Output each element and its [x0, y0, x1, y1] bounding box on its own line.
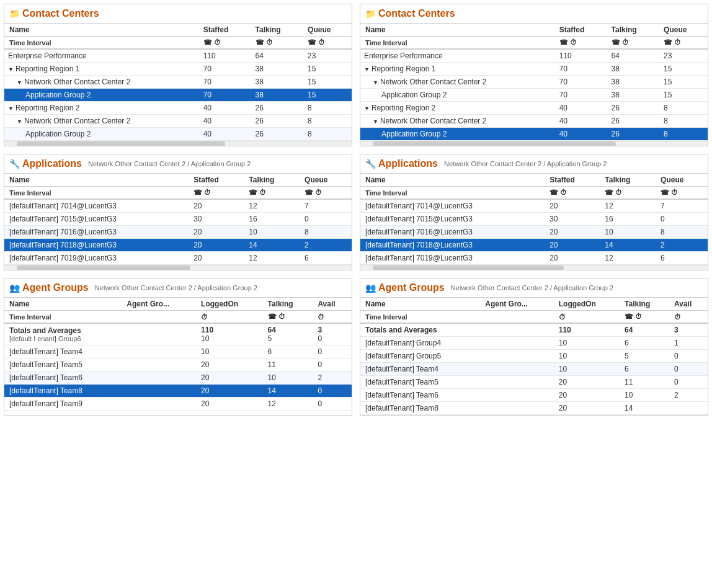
table-row[interactable]: [defaultTenant] Team82014 [360, 402, 708, 415]
cell-talking: 26 [251, 102, 303, 115]
cell-avail: 3 [669, 323, 708, 337]
cell-queue: 6 [656, 252, 708, 265]
table-row[interactable]: [defaultTenant] Team820140 [4, 385, 352, 398]
table-row[interactable]: [defaultTenant] 7014@LucentG320127 [360, 199, 708, 213]
table-row[interactable]: ▼Network Other Contact Center 2703815 [360, 76, 708, 89]
cell-queue: 2 [300, 239, 352, 252]
col-staffed-header: Staffed [198, 24, 251, 37]
table-row[interactable]: [defaultTenant] Team520110 [360, 376, 708, 389]
cell-talking: 10 [244, 226, 300, 239]
table-row[interactable]: [defaultTenant] Team41060 [4, 345, 352, 359]
table-row[interactable]: ▼Reporting Region 240268 [360, 102, 708, 115]
mr-sub-talking: ☎ ⏱ [600, 187, 656, 200]
cell-name: [defaultTenant] 7016@LucentG3 [360, 226, 545, 239]
cell-staffed: 20 [545, 226, 600, 239]
cell-agent [480, 376, 553, 389]
table-row[interactable]: [defaultTenant] 7019@LucentG320126 [360, 252, 708, 265]
table-row[interactable]: ▼Reporting Region 1703815 [4, 63, 352, 76]
scrollbar-top-left[interactable] [4, 141, 352, 146]
table-row[interactable]: Application Group 2703815 [4, 89, 352, 102]
table-row[interactable]: [defaultTenant] 7015@LucentG330160 [4, 213, 352, 226]
cell-talking: 11 [263, 359, 313, 372]
cell-avail: 2 [669, 389, 708, 402]
cell-talking: 38 [607, 89, 659, 102]
table-row[interactable]: Application Group 240268 [360, 128, 708, 141]
cell-queue: 8 [303, 102, 352, 115]
table-row[interactable]: Application Group 240268 [4, 128, 352, 141]
col-staffed-subheader: ☎ ⏱ [198, 37, 251, 50]
table-row[interactable]: Totals and Averages110643 [360, 323, 708, 337]
cell-talking: 5 [620, 350, 669, 363]
table-row[interactable]: [defaultTenant] Group41061 [360, 337, 708, 350]
panel-header-mid-left: 🔧 Applications Network Other Contact Cen… [4, 154, 352, 174]
table-row[interactable]: [defaultTenant] Group51050 [360, 350, 708, 363]
table-row[interactable]: [defaultTenant] 7014@LucentG320127 [4, 199, 352, 213]
cell-name: [defaultTenant] Team6 [4, 372, 122, 385]
col-talking-header: Talking [251, 24, 303, 37]
cell-talking: 26 [607, 102, 659, 115]
table-row[interactable]: [defaultTenant] 7016@LucentG320108 [4, 226, 352, 239]
table-row[interactable]: ▼Network Other Contact Center 2703815 [4, 76, 352, 89]
cell-name: Enterprise Performance [4, 49, 198, 63]
br-sub-loggedon: ⏱ [554, 311, 620, 324]
table-top-left: Name Staffed Talking Queue Time Interval… [4, 24, 352, 141]
cell-staffed: 40 [554, 102, 607, 115]
cell-name: [defaultTenant] 7019@LucentG3 [4, 252, 189, 265]
cell-name: ▼Network Other Contact Center 2 [360, 76, 554, 89]
panel-title-bot-right: Agent Groups [378, 282, 445, 293]
cell-name: ▼Reporting Region 2 [360, 102, 554, 115]
table-mid-left: Name Staffed Talking Queue Time Interval… [4, 174, 352, 265]
scrollbar-mid-right[interactable] [360, 265, 708, 270]
table-row[interactable]: Enterprise Performance1106423 [360, 49, 708, 63]
table-row[interactable]: [defaultTenant] Team620102 [360, 389, 708, 402]
cell-staffed: 20 [189, 199, 244, 213]
mr-sub-staffed: ☎ ⏱ [545, 187, 600, 200]
table-row[interactable]: [defaultTenant] Team920120 [4, 398, 352, 411]
cell-name: [defaultTenant] 7019@LucentG3 [360, 252, 545, 265]
table-row[interactable]: ▼Reporting Region 240268 [4, 102, 352, 115]
table-row[interactable]: [defaultTenant] 7016@LucentG320108 [360, 226, 708, 239]
cell-queue: 15 [303, 63, 352, 76]
app-icon-mid-left: 🔧 [9, 159, 20, 169]
table-row[interactable]: ▼Reporting Region 1703815 [360, 63, 708, 76]
table-row[interactable]: Enterprise Performance1106423 [4, 49, 352, 63]
ml-sub-interval: Time Interval [4, 187, 189, 200]
cell-queue: 15 [659, 76, 708, 89]
table-row[interactable]: [defaultTenant] 7018@LucentG320142 [4, 239, 352, 252]
table-mid-right: Name Staffed Talking Queue Time Interval… [360, 174, 708, 265]
cell-staffed: 110 [554, 49, 607, 63]
table-row[interactable]: [defaultTenant] Team520110 [4, 359, 352, 372]
table-row[interactable]: [defaultTenant] 7015@LucentG330160 [360, 213, 708, 226]
cell-avail [669, 402, 708, 415]
cell-name: Application Group 2 [4, 128, 198, 141]
table-row[interactable]: [defaultTenant] Team620102 [4, 372, 352, 385]
cell-loggedon: 20 [554, 402, 620, 415]
mr-col-queue: Queue [656, 174, 708, 187]
table-row[interactable]: ▼Network Other Contact Center 240268 [4, 115, 352, 128]
bl-sub-agent [122, 311, 196, 324]
cell-staffed: 110 [198, 49, 251, 63]
cell-talking: 12 [244, 199, 300, 213]
cell-queue: 15 [659, 63, 708, 76]
table-row[interactable]: [defaultTenant] 7018@LucentG320142 [360, 239, 708, 252]
cell-queue: 23 [303, 49, 352, 63]
scrollbar-top-right[interactable] [360, 141, 708, 146]
cell-name: Application Group 2 [4, 89, 198, 102]
scrollbar-mid-left[interactable] [4, 265, 352, 270]
bl-col-loggedon: LoggedOn [196, 298, 262, 311]
cell-avail: 0 [313, 345, 352, 359]
cell-queue: 15 [303, 89, 352, 102]
table-row[interactable]: Totals and Averages[default I enant] Gro… [4, 323, 352, 345]
cell-queue: 15 [303, 76, 352, 89]
cell-agent [122, 323, 196, 345]
table-row[interactable]: ▼Network Other Contact Center 240268 [360, 115, 708, 128]
cell-name: ▼Reporting Region 1 [4, 63, 198, 76]
table-row[interactable]: [defaultTenant] Team41060 [360, 363, 708, 376]
cell-staffed: 70 [554, 63, 607, 76]
panel-title-mid-right: Applications [378, 158, 438, 169]
br-col-loggedon: LoggedOn [554, 298, 620, 311]
table-row[interactable]: [defaultTenant] 7019@LucentG320126 [4, 252, 352, 265]
cell-avail: 0 [313, 359, 352, 372]
panel-bot-right: 👥 Agent Groups Network Other Contact Cen… [360, 278, 708, 416]
table-row[interactable]: Application Group 2703815 [360, 89, 708, 102]
